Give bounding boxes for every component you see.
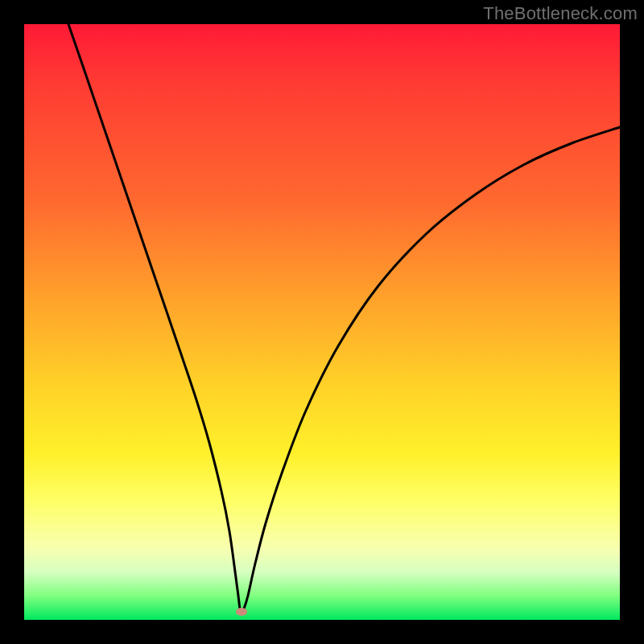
plot-area bbox=[24, 24, 620, 620]
bottleneck-curve bbox=[24, 24, 620, 620]
chart-frame: TheBottleneck.com bbox=[0, 0, 644, 644]
curve-path bbox=[68, 24, 620, 612]
watermark-text: TheBottleneck.com bbox=[483, 3, 638, 24]
optimum-marker bbox=[236, 608, 247, 616]
